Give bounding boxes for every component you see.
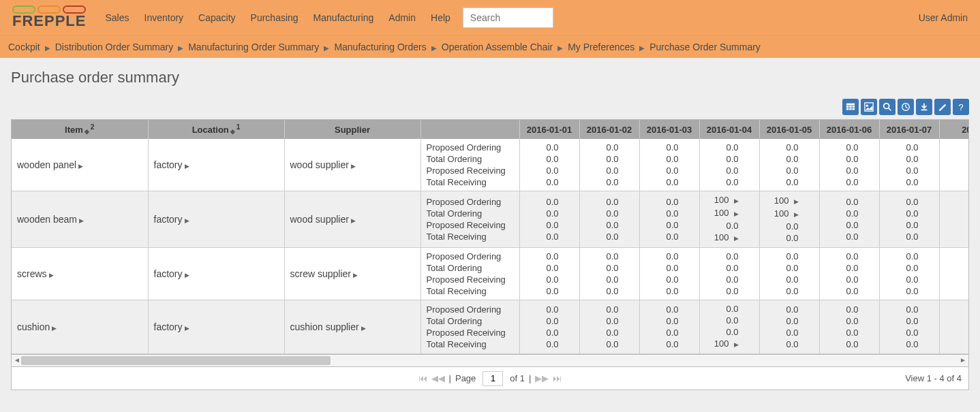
col-header-item[interactable]: Item◆2 bbox=[12, 120, 148, 139]
cell-supplier: cushion supplier▶ bbox=[284, 300, 420, 354]
view-graph-button[interactable] bbox=[861, 99, 877, 115]
metric-value: 0.0 bbox=[885, 327, 934, 338]
caret-right-icon[interactable]: ▶ bbox=[731, 208, 739, 220]
breadcrumb-item[interactable]: Manufacturing Orders bbox=[334, 42, 426, 52]
metric-value: 0.0 bbox=[825, 176, 874, 188]
pager-next-button[interactable]: ▶▶ bbox=[535, 373, 549, 383]
chevron-right-icon: ▶ bbox=[45, 44, 50, 52]
nav-capacity[interactable]: Capacity bbox=[198, 12, 235, 23]
caret-right-icon[interactable]: ▶ bbox=[731, 339, 739, 351]
cell-item: wooden panel▶ bbox=[12, 139, 148, 191]
nav-purchasing[interactable]: Purchasing bbox=[251, 12, 298, 23]
col-header-date[interactable]: 2016-01-05 bbox=[759, 120, 819, 139]
metric-label: Total Ordering bbox=[427, 153, 514, 165]
col-header-date[interactable]: 2016-01-07 bbox=[879, 120, 939, 139]
download-button[interactable] bbox=[916, 99, 932, 115]
caret-right-icon[interactable]: ▶ bbox=[353, 272, 358, 279]
search-input[interactable] bbox=[463, 7, 553, 28]
metric-value: 0.0 bbox=[885, 338, 934, 350]
nav-help[interactable]: Help bbox=[431, 12, 450, 23]
cell-value: 0.00.00.00.0 bbox=[519, 191, 579, 248]
cell-value: 0.00.00.00.0 bbox=[519, 300, 579, 354]
pager-last-button[interactable]: ⏭ bbox=[553, 373, 562, 383]
metric-value: 0.0 bbox=[885, 208, 934, 219]
breadcrumb-item[interactable]: Purchase Order Summary bbox=[649, 42, 761, 52]
col-header-location[interactable]: Location◆1 bbox=[148, 120, 284, 139]
caret-right-icon[interactable]: ▶ bbox=[351, 217, 356, 224]
app-logo[interactable]: FREPPLE bbox=[12, 5, 86, 30]
cell-value: 0.00.00.00.0 bbox=[639, 191, 699, 248]
cell-supplier: screw supplier▶ bbox=[284, 248, 420, 300]
caret-right-icon[interactable]: ▶ bbox=[185, 217, 189, 224]
col-header-date[interactable]: 2016-01-06 bbox=[819, 120, 879, 139]
metric-label: Total Ordering bbox=[427, 208, 514, 219]
caret-right-icon[interactable]: ▶ bbox=[791, 209, 799, 221]
breadcrumb-item[interactable]: Operation Assemble Chair bbox=[442, 42, 553, 52]
col-header-metric[interactable] bbox=[420, 120, 519, 139]
caret-right-icon[interactable]: ▶ bbox=[185, 325, 189, 332]
caret-right-icon[interactable]: ▶ bbox=[52, 325, 57, 332]
metric-value: 0.0 bbox=[885, 251, 934, 262]
metric-value: 0.0 bbox=[825, 304, 874, 315]
breadcrumb-item[interactable]: Distribution Order Summary bbox=[55, 42, 174, 52]
metric-value: 0.0 bbox=[525, 338, 574, 350]
chevron-right-icon: ▶ bbox=[431, 44, 437, 52]
cell-value: 0.00.00.00.0 bbox=[879, 139, 939, 191]
cell-value: 0.00.00.00.0 bbox=[879, 300, 939, 354]
col-header-date[interactable]: 2016-01-01 bbox=[519, 120, 579, 139]
metric-value: 0.0 bbox=[645, 285, 694, 297]
cell-value: 0.00.00.0100▶ bbox=[699, 300, 759, 354]
metric-value: 0.0 bbox=[645, 327, 694, 338]
main-header: FREPPLE SalesInventoryCapacityPurchasing… bbox=[0, 0, 980, 35]
col-header-supplier[interactable]: Supplier bbox=[284, 120, 420, 139]
metric-value: 0.0 bbox=[585, 142, 634, 153]
metric-value: 0.0 bbox=[765, 221, 814, 232]
nav-manufacturing[interactable]: Manufacturing bbox=[313, 12, 374, 23]
caret-right-icon[interactable]: ▶ bbox=[185, 272, 189, 279]
cell-value: 0.00.00.00.0 bbox=[879, 248, 939, 300]
pager-prev-button[interactable]: ◀◀ bbox=[431, 373, 445, 383]
horizontal-scrollbar[interactable]: ◄ ► bbox=[11, 355, 969, 367]
metric-value: 0.0 bbox=[765, 165, 814, 176]
scroll-left-icon[interactable]: ◄ bbox=[14, 356, 20, 364]
pager-first-button[interactable]: ⏮ bbox=[418, 373, 427, 383]
pager-page-input[interactable] bbox=[483, 371, 503, 386]
view-table-button[interactable] bbox=[842, 99, 859, 115]
metric-value: 0.0 bbox=[765, 327, 814, 338]
caret-right-icon[interactable]: ▶ bbox=[731, 195, 739, 207]
col-header-date[interactable]: 2016-01-04 bbox=[699, 120, 759, 139]
nav-sales[interactable]: Sales bbox=[105, 12, 129, 23]
config-button[interactable] bbox=[934, 99, 951, 115]
nav-admin[interactable]: Admin bbox=[388, 12, 416, 23]
metric-value: 0.0 bbox=[645, 196, 694, 208]
caret-right-icon[interactable]: ▶ bbox=[49, 272, 54, 279]
nav-inventory[interactable]: Inventory bbox=[144, 12, 184, 23]
caret-right-icon[interactable]: ▶ bbox=[361, 325, 366, 332]
caret-right-icon[interactable]: ▶ bbox=[351, 163, 356, 170]
scroll-thumb[interactable] bbox=[21, 356, 331, 365]
metric-value: 0.0 bbox=[585, 274, 634, 285]
col-header-date[interactable]: 2016-01-02 bbox=[579, 120, 639, 139]
caret-right-icon[interactable]: ▶ bbox=[78, 163, 83, 170]
breadcrumb-item[interactable]: Cockpit bbox=[8, 42, 40, 52]
caret-right-icon[interactable]: ▶ bbox=[731, 233, 739, 244]
metric-value: 0.0 bbox=[525, 153, 574, 165]
caret-right-icon[interactable]: ▶ bbox=[791, 196, 799, 208]
metric-value: 100▶ bbox=[705, 232, 754, 244]
search-button[interactable] bbox=[879, 99, 895, 115]
scroll-right-icon[interactable]: ► bbox=[960, 356, 966, 364]
metric-value: 0.0 bbox=[825, 285, 874, 297]
breadcrumb-item[interactable]: Manufacturing Order Summary bbox=[188, 42, 319, 52]
pager-page-label: Page bbox=[455, 373, 476, 383]
clock-button[interactable] bbox=[898, 99, 914, 115]
caret-right-icon[interactable]: ▶ bbox=[79, 217, 84, 224]
breadcrumb-item[interactable]: My Preferences bbox=[568, 42, 634, 52]
cell-value: 0.00.00.00.0 bbox=[699, 248, 759, 300]
user-menu[interactable]: User Admin bbox=[919, 12, 968, 23]
col-header-date[interactable]: 201 bbox=[939, 120, 969, 139]
help-button[interactable]: ? bbox=[953, 99, 969, 115]
cell-location: factory▶ bbox=[148, 300, 284, 354]
metric-label: Total Ordering bbox=[427, 262, 514, 274]
caret-right-icon[interactable]: ▶ bbox=[185, 163, 189, 170]
col-header-date[interactable]: 2016-01-03 bbox=[639, 120, 699, 139]
